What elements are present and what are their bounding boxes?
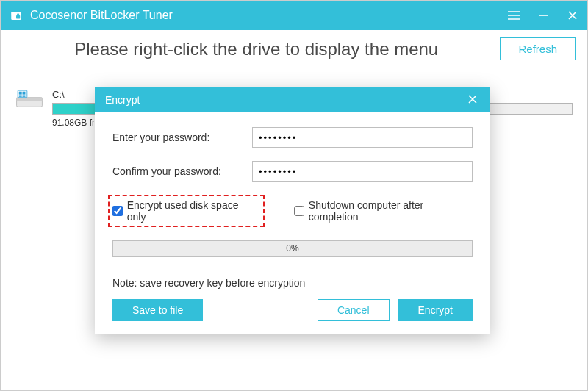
shutdown-after-checkbox[interactable] (294, 206, 304, 216)
app-title: Cocosenor BitLocker Tuner (30, 9, 508, 22)
shutdown-after-label: Shutdown computer after completion (309, 199, 473, 223)
progress-text: 0% (286, 243, 298, 254)
svg-rect-7 (19, 92, 22, 95)
shutdown-after-option[interactable]: Shutdown computer after completion (294, 199, 473, 223)
minimize-icon[interactable] (537, 1, 549, 30)
svg-rect-1 (11, 12, 21, 15)
dialog-titlebar: Encrypt (95, 87, 490, 112)
encrypt-used-only-option[interactable]: Encrypt used disk space only (108, 195, 265, 227)
menu-icon[interactable] (508, 1, 520, 30)
dialog-close-icon[interactable] (465, 94, 480, 106)
svg-rect-8 (23, 92, 26, 95)
save-to-file-button[interactable]: Save to file (112, 299, 203, 321)
enter-password-input[interactable] (252, 127, 473, 148)
recovery-note: Note: save recovery key before encryptio… (112, 277, 473, 289)
confirm-password-input[interactable] (252, 161, 473, 182)
drive-icon (15, 89, 43, 110)
cancel-button[interactable]: Cancel (318, 299, 390, 321)
instruction-row: Please right-click the drive to display … (1, 30, 587, 71)
svg-rect-9 (19, 95, 22, 96)
progress-bar: 0% (112, 240, 473, 257)
svg-rect-5 (17, 98, 43, 101)
confirm-password-label: Confirm your password: (112, 165, 252, 177)
instruction-text: Please right-click the drive to display … (12, 39, 500, 60)
titlebar: Cocosenor BitLocker Tuner (1, 1, 587, 30)
enter-password-label: Enter your password: (112, 132, 252, 143)
encrypt-dialog: Encrypt Enter your password: Confirm you… (95, 87, 490, 334)
encrypt-used-only-checkbox[interactable] (112, 206, 123, 216)
encrypt-used-only-label: Encrypt used disk space only (127, 199, 257, 223)
encrypt-button[interactable]: Encrypt (398, 299, 473, 321)
svg-rect-10 (23, 95, 26, 96)
dialog-title: Encrypt (105, 94, 140, 106)
refresh-button[interactable]: Refresh (500, 37, 576, 60)
app-window: Cocosenor BitLocker Tuner Please right-c… (0, 0, 588, 391)
app-logo-icon (10, 9, 23, 22)
close-icon[interactable] (567, 1, 578, 30)
